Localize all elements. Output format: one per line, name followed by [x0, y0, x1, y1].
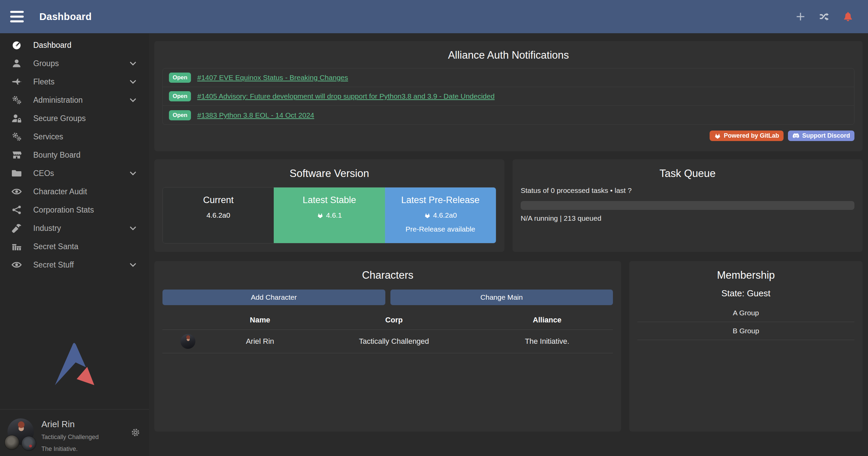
change-main-button[interactable]: Change Main: [390, 290, 613, 305]
user-lock-icon: [12, 113, 22, 123]
task-queue-line: N/A running | 213 queued: [521, 214, 854, 222]
menu-toggle-icon[interactable]: [10, 11, 24, 22]
user-name: Ariel Rin: [41, 419, 99, 430]
sidebar-item-secret-santa[interactable]: Secret Santa: [0, 237, 149, 256]
sidebar-item-label: Dashboard: [33, 41, 72, 50]
gifts-icon: [12, 241, 22, 252]
sidebar-item-corporation-stats[interactable]: Corporation Stats: [0, 201, 149, 219]
hammer-icon: [12, 223, 22, 233]
chevron-down-icon: [129, 96, 137, 104]
sidebar-item-ceos[interactable]: CEOs: [0, 164, 149, 182]
store-icon: [12, 150, 22, 160]
gauge-icon: [12, 40, 22, 50]
main-content: Alliance Auth Notifications Open #1407 E…: [149, 33, 868, 456]
portrait-column-header: [162, 311, 213, 330]
top-navbar: Dashboard: [0, 0, 868, 33]
discord-badge[interactable]: Support Discord: [788, 131, 854, 141]
sidebar-item-bounty-board[interactable]: Bounty Board: [0, 146, 149, 164]
version-latest-prerelease: Latest Pre-Release 4.6.2a0 Pre-Release a…: [385, 187, 496, 243]
shuffle-icon[interactable]: [819, 12, 829, 22]
sidebar-item-secret-stuff[interactable]: Secret Stuff: [0, 256, 149, 274]
prerelease-note: Pre-Release available: [385, 225, 496, 233]
sidebar-item-fleets[interactable]: Fleets: [0, 73, 149, 91]
user-info: Ariel Rin Tactically Challenged The Init…: [41, 418, 99, 456]
table-row: Ariel Rin Tactically Challenged The Init…: [162, 330, 613, 353]
navbar-icons: [795, 12, 853, 22]
membership-groups: A Group B Group: [637, 304, 854, 340]
characters-panel: Characters Add Character Change Main Nam…: [154, 261, 621, 432]
sidebar-item-dashboard[interactable]: Dashboard: [0, 36, 149, 54]
sidebar-item-label: Industry: [33, 224, 61, 233]
notification-link[interactable]: #1383 Python 3.8 EOL - 14 Oct 2024: [197, 111, 314, 119]
membership-title: Membership: [637, 269, 854, 281]
list-item: Open #1407 EVE Equinox Status - Breaking…: [163, 68, 854, 87]
status-badge: Open: [169, 110, 191, 120]
discord-badge-label: Support Discord: [802, 132, 850, 139]
sidebar: Dashboard Groups Fleets Administration S…: [0, 33, 149, 456]
character-alliance: The Initiative.: [481, 330, 613, 353]
sidebar-item-label: Secret Stuff: [33, 260, 74, 270]
user-icon: [12, 58, 22, 68]
sidebar-item-label: Administration: [33, 96, 83, 105]
list-item: A Group: [637, 304, 854, 322]
column-header-alliance: Alliance: [481, 311, 613, 330]
alliance-logo-badge: [21, 436, 36, 451]
task-progress-bar: [521, 201, 854, 210]
sidebar-item-label: Services: [33, 132, 63, 141]
sidebar-item-label: CEOs: [33, 169, 54, 178]
sidebar-item-services[interactable]: Services: [0, 127, 149, 146]
sidebar-item-industry[interactable]: Industry: [0, 219, 149, 237]
fighter-jet-icon: [12, 77, 22, 87]
membership-state: State: Guest: [637, 288, 854, 299]
user-panel: Ariel Rin Tactically Challenged The Init…: [0, 409, 149, 456]
eye-icon: [12, 186, 22, 197]
user-corp: Tactically Challenged: [41, 433, 99, 441]
list-item: Open #1405 Advisory: Future development …: [163, 87, 854, 106]
version-value: 4.6.1: [326, 211, 342, 219]
task-queue-panel: Task Queue Status of 0 processed tasks •…: [513, 159, 863, 252]
chevron-down-icon: [129, 224, 137, 233]
bell-icon[interactable]: [843, 12, 853, 22]
status-badge: Open: [169, 91, 191, 101]
sidebar-item-label: Fleets: [33, 77, 55, 86]
software-version-title: Software Version: [162, 167, 496, 180]
notification-link[interactable]: #1407 EVE Equinox Status - Breaking Chan…: [197, 74, 348, 82]
notifications-title: Alliance Auth Notifications: [162, 49, 854, 61]
gitlab-icon: [714, 132, 721, 139]
notifications-panel: Alliance Auth Notifications Open #1407 E…: [154, 41, 863, 151]
task-status-line: Status of 0 processed tasks • last ?: [521, 186, 854, 195]
sidebar-item-label: Secret Santa: [33, 242, 78, 251]
chevron-down-icon: [129, 77, 137, 86]
sidebar-item-label: Bounty Board: [33, 151, 80, 160]
gitlab-badge[interactable]: Powered by GitLab: [710, 131, 784, 141]
characters-table: Name Corp Alliance Ariel Rin Tactically …: [162, 311, 613, 353]
add-character-button[interactable]: Add Character: [162, 290, 385, 305]
version-value: 4.6.2a0: [207, 211, 230, 219]
gitlab-icon: [317, 212, 324, 219]
corp-logo-badge: [4, 435, 19, 450]
gear-icon[interactable]: [131, 428, 140, 437]
user-alliance: The Initiative.: [41, 444, 99, 453]
column-header-name: Name: [213, 311, 307, 330]
user-avatar-group: [7, 418, 35, 445]
notification-link[interactable]: #1405 Advisory: Future development will …: [197, 92, 495, 100]
status-badge: Open: [169, 73, 191, 83]
version-current: Current 4.6.2a0: [163, 187, 274, 243]
sidebar-item-label: Secure Groups: [33, 114, 86, 123]
membership-panel: Membership State: Guest A Group B Group: [629, 261, 863, 432]
sidebar-item-administration[interactable]: Administration: [0, 91, 149, 109]
sidebar-item-secure-groups[interactable]: Secure Groups: [0, 109, 149, 127]
page-title: Dashboard: [39, 11, 92, 22]
alliance-auth-logo: [54, 342, 95, 386]
list-item: B Group: [637, 322, 854, 340]
share-icon: [12, 205, 22, 215]
version-value: 4.6.2a0: [433, 211, 457, 219]
characters-buttons: Add Character Change Main: [162, 290, 613, 305]
table-header-row: Name Corp Alliance: [162, 311, 613, 330]
sidebar-item-character-audit[interactable]: Character Audit: [0, 182, 149, 201]
version-heading: Current: [163, 195, 274, 205]
plus-icon[interactable]: [795, 12, 806, 22]
eye-icon: [12, 260, 22, 270]
sidebar-item-groups[interactable]: Groups: [0, 54, 149, 73]
task-queue-title: Task Queue: [521, 167, 854, 180]
